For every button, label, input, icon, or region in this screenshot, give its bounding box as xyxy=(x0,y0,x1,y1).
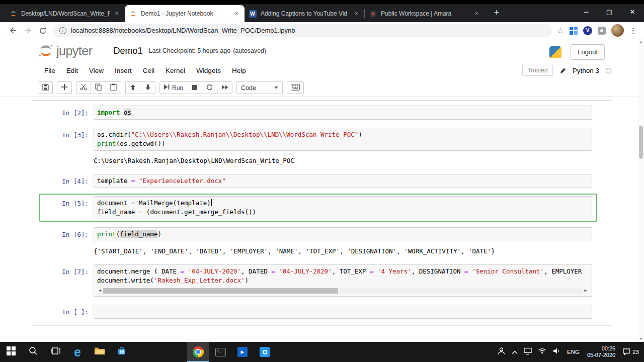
tray-chevron-up[interactable] xyxy=(509,342,521,362)
scroll-down-icon[interactable]: ▼ xyxy=(638,336,644,342)
code-cell-2[interactable]: In [3]:os.chdir("C:\\Users\\Rakesh.Ranja… xyxy=(39,125,597,153)
v-extension-icon[interactable]: V xyxy=(583,26,592,35)
menu-view[interactable]: View xyxy=(89,67,104,74)
taskbar-clock[interactable]: 00:2605-07-2020 xyxy=(583,345,619,359)
action-center[interactable]: 23 xyxy=(619,348,644,356)
browser-tab-2[interactable]: Demo1 - Jupyter Notebook× xyxy=(125,5,245,22)
interrupt-kernel-icon xyxy=(192,84,197,92)
address-bar[interactable]: i localhost:8888/notebooks/Desktop/LND/W… xyxy=(53,24,552,37)
cell-type-select[interactable]: Code xyxy=(236,81,283,94)
taskbar-file-explorer[interactable] xyxy=(89,342,111,362)
code-cell-6[interactable]: In [7]:document.merge ( DATE = '04-JULY-… xyxy=(39,262,597,299)
scrollbar-track[interactable] xyxy=(103,288,583,294)
interrupt-kernel-button[interactable] xyxy=(187,81,202,94)
menu-cell[interactable]: Cell xyxy=(143,67,154,74)
insert-cell-below-button[interactable] xyxy=(57,81,72,94)
run-icon xyxy=(164,84,170,92)
tab-close-icon[interactable]: × xyxy=(113,10,121,18)
taskbar-photos[interactable] xyxy=(254,342,276,362)
tab-close-icon[interactable]: × xyxy=(472,10,480,18)
menu-widgets[interactable]: Widgets xyxy=(196,67,221,74)
tray-people[interactable] xyxy=(494,342,509,362)
move-cell-up-button[interactable] xyxy=(125,81,140,94)
menu-kernel[interactable]: Kernel xyxy=(166,67,185,74)
move-cell-down-button[interactable] xyxy=(140,81,155,94)
save-button[interactable] xyxy=(38,81,53,94)
horizontal-scrollbar[interactable]: ◀▶ xyxy=(97,287,589,294)
scrollbar-thumb[interactable] xyxy=(103,288,338,294)
taskbar-start[interactable] xyxy=(0,342,22,362)
page-info-icon[interactable]: i xyxy=(59,27,66,34)
restart-run-all-button[interactable] xyxy=(217,81,232,94)
taskbar-task-view[interactable] xyxy=(44,342,66,362)
taskbar-search[interactable] xyxy=(22,342,44,362)
code-cell-4[interactable]: In [5]:document = MailMerge(template)fie… xyxy=(39,194,597,222)
restart-kernel-button[interactable] xyxy=(202,81,217,94)
code-token: (document.get_merge_fields()) xyxy=(142,208,256,216)
cell-input[interactable]: print(field_name) xyxy=(94,227,592,241)
cell-input[interactable] xyxy=(94,305,592,319)
python-extension-icon[interactable] xyxy=(549,46,561,58)
bookmark-star-icon[interactable]: ☆ xyxy=(557,26,564,35)
code-line: document.write('Rakesh_Exp_Letter.docx') xyxy=(97,276,589,285)
tab-close-icon[interactable]: × xyxy=(352,10,360,18)
minimize-button[interactable]: ─ xyxy=(575,4,598,19)
language-indicator[interactable]: ENG xyxy=(564,349,583,355)
cut-cells-button[interactable] xyxy=(76,81,91,94)
scrollbar-thumb[interactable] xyxy=(639,126,643,159)
tab-title: Demo1 - Jupyter Notebook xyxy=(141,10,229,17)
notebook-title[interactable]: Demo1 xyxy=(114,46,143,56)
keyboard-palette-button[interactable] xyxy=(287,81,304,94)
maximize-button[interactable]: ▢ xyxy=(598,4,621,19)
scroll-right-icon[interactable]: ▶ xyxy=(583,287,589,294)
cell-input[interactable]: document = MailMerge(template)field_name… xyxy=(94,196,592,219)
run-button[interactable]: Run xyxy=(159,81,187,94)
scroll-left-icon[interactable]: ◀ xyxy=(97,287,103,294)
extension-icon[interactable] xyxy=(598,27,606,35)
menu-insert[interactable]: Insert xyxy=(115,67,132,74)
code-line: import os xyxy=(97,108,589,117)
reload-icon[interactable] xyxy=(35,24,50,38)
trusted-button[interactable]: Trusted xyxy=(522,65,552,76)
page-scrollbar[interactable]: ▲ ▼ xyxy=(638,39,644,342)
copy-cells-button[interactable] xyxy=(91,81,106,94)
jupyter-logo[interactable]: jupyter xyxy=(38,43,93,59)
code-cell-7[interactable]: In [ ]: xyxy=(39,302,597,321)
menu-help[interactable]: Help xyxy=(232,67,246,74)
browser-tab-4[interactable]: Public Workspace | Amara× xyxy=(365,5,485,22)
menu-edit[interactable]: Edit xyxy=(66,67,78,74)
taskbar-movies[interactable]: ▶ xyxy=(231,342,254,362)
code-token: print xyxy=(97,140,116,147)
tray-monitor[interactable] xyxy=(521,342,535,362)
browser-tab-1[interactable]: Desktop/LND/WordScan_Write_P× xyxy=(5,5,125,22)
taskbar-edge[interactable]: e xyxy=(66,342,89,362)
tray-wifi[interactable] xyxy=(535,342,549,362)
window-titlebar xyxy=(0,0,644,4)
code-cell-5[interactable]: In [6]:print(field_name) xyxy=(39,225,597,244)
code-cell-3[interactable]: In [4]:template = "ExperienceLetter.docx… xyxy=(39,171,597,191)
tab-close-icon[interactable]: × xyxy=(232,10,240,18)
menu-file[interactable]: File xyxy=(44,67,55,74)
back-icon[interactable] xyxy=(5,24,20,38)
cell-input[interactable]: template = "ExperienceLetter.docx" xyxy=(94,174,592,188)
close-button[interactable]: ✕ xyxy=(621,4,644,19)
code-cell-1[interactable]: In [2]:import os xyxy=(39,103,597,122)
new-tab-button[interactable]: + xyxy=(490,6,504,20)
cell-input[interactable]: document.merge ( DATE = '04-JULY-2020', … xyxy=(94,264,592,297)
browser-tab-3[interactable]: WAdding Captions to YouTube Vid× xyxy=(245,5,364,22)
chrome-menu-icon[interactable]: ⋮ xyxy=(629,26,637,35)
scroll-up-icon[interactable]: ▲ xyxy=(638,39,644,45)
code-line: os.chdir("C:\\Users\\Rakesh.Ranjan\\Desk… xyxy=(97,130,589,139)
profile-avatar[interactable] xyxy=(611,24,624,37)
cell-input[interactable]: os.chdir("C:\\Users\\Rakesh.Ranjan\\Desk… xyxy=(94,128,592,151)
grid-extension-icon[interactable] xyxy=(570,27,578,35)
forward-icon[interactable] xyxy=(20,24,35,38)
tray-volume[interactable] xyxy=(549,342,564,362)
taskbar-cmd[interactable]: >_ xyxy=(209,342,231,362)
logout-button[interactable]: Logout xyxy=(571,44,605,60)
paste-cells-button[interactable] xyxy=(106,81,121,94)
cell-input[interactable]: import os xyxy=(94,106,592,120)
cell-output-row: C:\Users\Rakesh.Ranjan\Desktop\LND\WordS… xyxy=(39,153,597,168)
taskbar-chrome[interactable] xyxy=(187,342,209,362)
taskbar-store[interactable] xyxy=(111,342,133,362)
